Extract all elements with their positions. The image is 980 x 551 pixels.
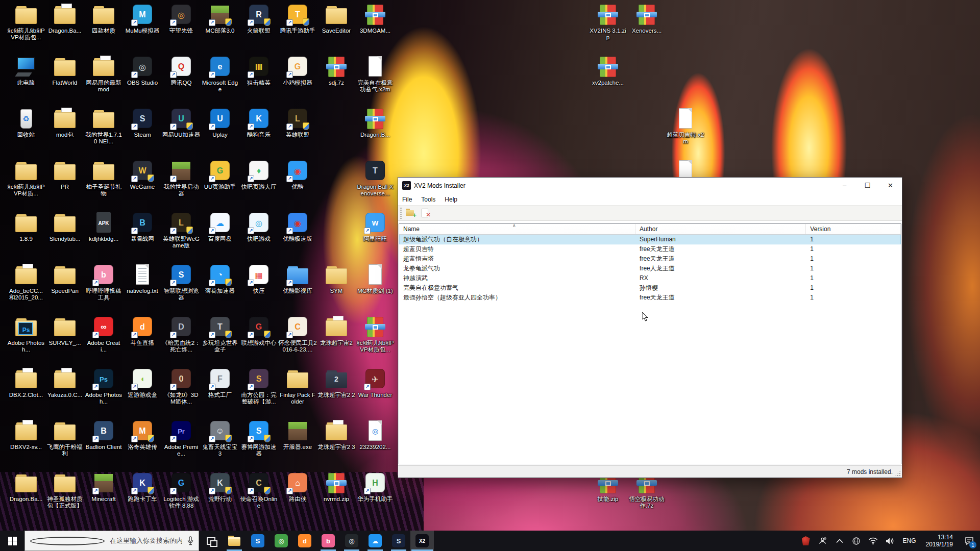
start-button[interactable]	[0, 531, 24, 551]
taskbar-app-file-explorer[interactable]	[223, 531, 246, 551]
input-language-indicator[interactable]: ENG	[902, 537, 917, 544]
desktop-icon-app-router[interactable]: ⌂↗路由侠	[278, 472, 317, 522]
desktop-icon-folder-dark[interactable]: 2龙珠超宇宙2 2	[317, 368, 356, 418]
desktop-icon-folder[interactable]: FlatWorld	[45, 56, 84, 106]
desktop-icon-app-lenovo-browser[interactable]: S↗智慧联想浏览器	[162, 264, 201, 314]
desktop-icon-folder[interactable]: SURVEY_...	[45, 316, 84, 366]
desktop-icon-app-lol[interactable]: L↗英雄联盟	[278, 108, 317, 158]
desktop-icon-app-mumu[interactable]: M↗MuMu模拟器	[123, 4, 162, 54]
desktop-icon-folder-doc[interactable]: Ado_beCC...和2015_20...	[7, 264, 45, 314]
desktop-icon-folder[interactable]: SYM	[317, 264, 356, 314]
taskbar-app-bilibili[interactable]: b	[316, 531, 340, 551]
maximize-button[interactable]: ☐	[856, 178, 879, 193]
desktop-icon-app-rocket-league[interactable]: R↗火箭联盟	[239, 4, 278, 54]
people-icon[interactable]	[818, 534, 828, 548]
desktop-icon-app-battlenet[interactable]: B↗暴雪战网	[123, 212, 162, 262]
desktop-icon-app-wegame[interactable]: W↗WeGame	[123, 160, 162, 210]
desktop-icon-archive[interactable]: sdj.7z	[317, 56, 356, 106]
desktop-icon-app-huawei-assistant[interactable]: H↗华为手机助手	[356, 472, 395, 522]
desktop-icon-app-youku[interactable]: ◉↗优酷	[278, 160, 317, 210]
mod-row[interactable]: 超蓝贝吉特free天龙王道1	[399, 244, 901, 254]
desktop-icon-app-uu-web[interactable]: G↗UU页游助手	[201, 160, 239, 210]
desktop-icon-app-wangwang[interactable]: w↗阿里旺旺	[356, 212, 395, 262]
desktop-icon-app-cyber-accelerator[interactable]: S↗赛博网游加速器	[239, 420, 278, 470]
desktop-icon-app-knives-out[interactable]: K↗荒野行动	[201, 472, 239, 522]
desktop-icon-app-trainer[interactable]: TDragon Ball Xenoverse...	[356, 160, 395, 210]
desktop-icon-app-kuaiba-hall[interactable]: ♦↗快吧页游大厅	[239, 160, 278, 210]
desktop-icon-doc-file[interactable]: ◎23239202...	[356, 420, 395, 470]
desktop-icon-app-kuaiba[interactable]: ◎↗快吧游戏	[239, 212, 278, 262]
taskbar-app-obs-studio[interactable]: ◎	[340, 531, 363, 551]
desktop-icon-app-kuaiya[interactable]: ▦↗快压	[239, 264, 278, 314]
desktop-icon-folder-doc[interactable]: DBXV2-xv...	[7, 420, 45, 470]
desktop-icon-archive[interactable]: Xenovers...	[627, 4, 666, 54]
desktop-icon-app-car-tool[interactable]: C↗怀念便民工具2016-6-23....	[278, 316, 317, 366]
desktop-icon-app-kart[interactable]: K↗跑跑卡丁车	[123, 472, 162, 522]
desktop-icon-app-premiere[interactable]: Pr↗Adobe Premie...	[162, 420, 201, 470]
desktop-icon-app-teletubbies[interactable]: ☺↗鬼畜天线宝宝 3	[201, 420, 239, 470]
desktop-icon-app-uplay[interactable]: U↗Uplay	[201, 108, 239, 158]
desktop-icon-minecraft-block[interactable]: ↗我的世界启动器	[162, 160, 201, 210]
desktop-icon-archive[interactable]: 悟空极易功动作.7z	[627, 472, 666, 522]
mod-row[interactable]: 超级龟派气功（自在极意功）SuperHuman1	[399, 235, 901, 244]
desktop-icon-folder[interactable]: 飞鹰的千粉福利	[45, 420, 84, 470]
desktop-icon-folder-doc[interactable]: Dragon.Ba...	[45, 4, 84, 54]
desktop-icon-folder[interactable]: PR	[45, 160, 84, 210]
desktop-icon-app-mabinogi[interactable]: M↗洛奇英雄传	[123, 420, 162, 470]
desktop-icon-app-uu-accelerator[interactable]: U↗网易UU加速器	[162, 108, 201, 158]
desktop-icon-folder[interactable]: §c§l药儿§b§lPVP材质包...	[7, 4, 45, 54]
desktop-icon-archive[interactable]: XV2INS 3.1.zip	[589, 4, 627, 54]
desktop-icon-app-youku-speed[interactable]: ◉↗优酷极速版	[278, 212, 317, 262]
desktop-icon-app-darksiders[interactable]: D↗《暗黑血统2：死亡终...	[162, 316, 201, 366]
taskbar-app-weiyun-cloud[interactable]: ☁	[363, 531, 387, 551]
mod-row[interactable]: 神越演武RX1	[399, 273, 901, 283]
desktop-icon-recycle-bin[interactable]: ♻回收站	[7, 108, 45, 158]
uninstall-mod-button[interactable]: ✕	[419, 207, 432, 219]
mod-row[interactable]: 超蓝悟吉塔free天龙王道1	[399, 254, 901, 264]
desktop-icon-folder-doc[interactable]: 龙珠超宇宙2	[317, 316, 356, 366]
desktop-icon-app-photoshop[interactable]: Ps↗Adobe Photosh...	[84, 368, 123, 418]
tray-red-app-icon[interactable]	[801, 534, 811, 548]
install-mod-button[interactable]: +	[404, 207, 418, 219]
desktop-icon-folder[interactable]: 我的世界1.7.10 NEI...	[84, 108, 123, 158]
desktop-icon-folder[interactable]: Slendytub...	[45, 212, 84, 262]
desktop-icon-app-douyou[interactable]: ◖↗逗游游戏盒	[123, 368, 162, 418]
desktop-icon-apk-file[interactable]: APKkdljhkbdg...	[84, 212, 123, 262]
resize-grip[interactable]	[895, 470, 901, 477]
desktop-icon-folder-doc[interactable]: 龙珠超宇宙2 3	[317, 420, 356, 470]
desktop-icon-file[interactable]: 完美自在极意功蓄气.x2m	[356, 56, 395, 106]
desktop-icon-folder-doc[interactable]: 网易用的最新mod	[84, 56, 123, 106]
network-globe-icon[interactable]	[851, 534, 862, 548]
desktop-icon-app-sniper-elite[interactable]: Ⅲ↗狙击精英	[239, 56, 278, 106]
desktop-icon-archive[interactable]: nvrmd.zip	[317, 472, 356, 522]
desktop-icon-app-format-factory[interactable]: F↗格式工厂	[201, 368, 239, 418]
desktop-icon-file[interactable]: 超蓝贝吉特.x2m	[666, 108, 705, 158]
taskbar-app-steam[interactable]: S	[387, 531, 410, 551]
desktop-icon-file[interactable]: MC材质剑 (1)	[356, 264, 395, 314]
desktop-icon-archive[interactable]: 技能.zip	[589, 472, 627, 522]
title-bar[interactable]: X2 XV2 Mods Installer –☐✕	[398, 178, 902, 193]
volume-icon[interactable]	[885, 534, 895, 548]
column-header-version[interactable]: Version	[806, 224, 901, 234]
mod-row[interactable]: 龙拳龟派气功free人龙王道1	[399, 264, 901, 273]
menu-file[interactable]: File	[402, 196, 412, 203]
microphone-icon[interactable]	[187, 536, 193, 545]
desktop-icon-app-xiaoji-emulator[interactable]: G↗小鸡模拟器	[278, 56, 317, 106]
desktop-icon-minecraft-block[interactable]: ↗Minecraft	[84, 472, 123, 522]
desktop-icon-app-creative-cloud[interactable]: ∞↗Adobe Creati...	[84, 316, 123, 366]
desktop-icon-txt-file[interactable]: nativelog.txt	[123, 264, 162, 314]
desktop-icon-app-bilibili[interactable]: b↗哔哩哔哩投稿工具	[84, 264, 123, 314]
menu-tools[interactable]: Tools	[421, 196, 435, 203]
desktop-icon-archive[interactable]: xv2patche...	[589, 56, 627, 106]
menu-help[interactable]: Help	[445, 196, 457, 203]
desktop-icon-app-logitech[interactable]: G↗Logitech 游戏软件 8.88	[162, 472, 201, 522]
desktop-icon-folder[interactable]: 1.8.9	[7, 212, 45, 262]
taskbar-clock[interactable]: 13:14 2019/1/19	[924, 534, 955, 548]
minimize-button[interactable]: –	[833, 178, 856, 193]
desktop-icon-app-kugou[interactable]: K↗酷狗音乐	[239, 108, 278, 158]
taskbar-search-input[interactable]: 在这里输入你要搜索的内容	[24, 531, 199, 551]
desktop-icon-folder[interactable]: 四款材质	[84, 4, 123, 54]
taskbar-app-green-circle-app[interactable]: ◎	[270, 531, 293, 551]
desktop-icon-this-pc[interactable]: 此电脑	[7, 56, 45, 106]
desktop-icon-app-obs[interactable]: ◎↗OBS Studio	[123, 56, 162, 106]
